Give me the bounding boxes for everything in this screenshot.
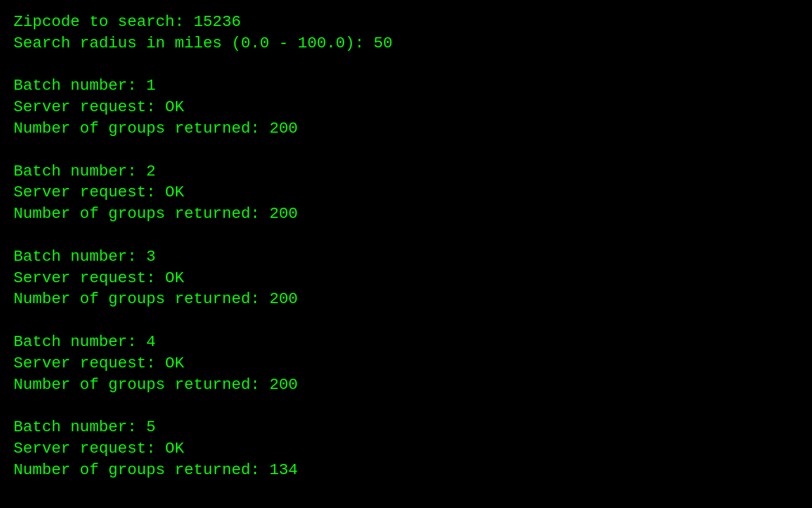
line-radius: Search radius in miles (0.0 - 100.0): 50: [14, 33, 798, 54]
line-groups3: Number of groups returned: 200: [14, 288, 798, 310]
line-groups4: Number of groups returned: 200: [14, 374, 798, 396]
blank6: [14, 481, 798, 502]
line-groups5: Number of groups returned: 134: [14, 459, 798, 481]
line-server2: Server request: OK: [14, 182, 798, 203]
line-server3: Server request: OK: [14, 268, 798, 289]
line-zipcode: Zipcode to search: 15236: [14, 11, 798, 33]
line-batch1: Batch number: 1: [14, 75, 798, 97]
line-groups1: Number of groups returned: 200: [14, 118, 798, 139]
terminal-window: Zipcode to search: 15236Search radius in…: [14, 11, 798, 508]
line-batch3: Batch number: 3: [14, 246, 798, 268]
blank4: [14, 310, 798, 331]
line-batch4: Batch number: 4: [14, 331, 798, 353]
line-groups2: Number of groups returned: 200: [14, 203, 798, 225]
line-server1: Server request: OK: [14, 97, 798, 118]
blank7: [14, 502, 798, 508]
line-server5: Server request: OK: [14, 438, 798, 459]
blank5: [14, 395, 798, 417]
line-batch2: Batch number: 2: [14, 161, 798, 182]
line-server4: Server request: OK: [14, 353, 798, 374]
blank3: [14, 225, 798, 246]
line-batch5: Batch number: 5: [14, 417, 798, 438]
blank1: [14, 54, 798, 76]
blank2: [14, 139, 798, 161]
